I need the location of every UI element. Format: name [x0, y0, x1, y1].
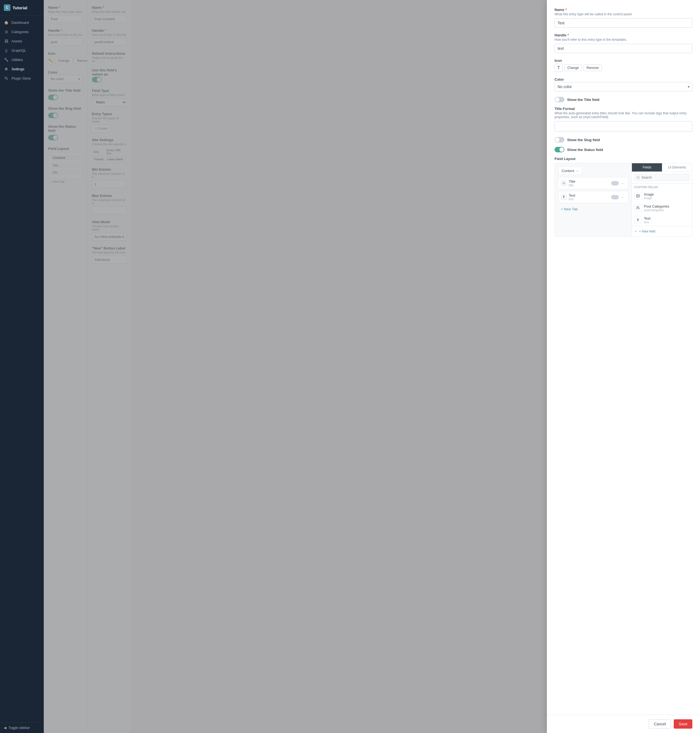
- graphql-icon: {}: [4, 48, 9, 53]
- fl-text-dots[interactable]: ···: [620, 194, 625, 200]
- modal-handle-required: *: [568, 33, 569, 37]
- fl-image-name: Image: [644, 192, 654, 196]
- fl-search-input[interactable]: [634, 174, 690, 181]
- fl-post-categories-name: Post Categories: [644, 204, 669, 208]
- sidebar-item-label: Settings: [12, 67, 24, 71]
- modal-handle-input[interactable]: [554, 44, 692, 53]
- fl-field-image[interactable]: Image image: [632, 190, 692, 202]
- fl-title-handle: title: [569, 184, 609, 187]
- fl-content-tab[interactable]: Content ···: [558, 166, 582, 175]
- sidebar-nav: 🏠 Dashboard ⊞ Categories 🖼 Assets {} Gra…: [0, 16, 44, 722]
- fl-title-field: Title title ···: [558, 177, 628, 189]
- fl-new-field-plus: ＋: [634, 229, 637, 234]
- dashboard-icon: 🏠: [4, 20, 9, 25]
- fl-field-post-categories[interactable]: Post Categories postCategories: [632, 202, 692, 214]
- fl-post-categories-text: Post Categories postCategories: [644, 204, 669, 212]
- cancel-button[interactable]: Cancel: [649, 719, 671, 729]
- modal-remove-btn[interactable]: Remove: [584, 65, 602, 71]
- fl-text-field-icon: T: [634, 216, 642, 224]
- modal-show-title-row: Show the Title field: [554, 97, 692, 102]
- sidebar-item-plugin-store[interactable]: 🔌 Plugin Store: [0, 74, 44, 83]
- sidebar-item-dashboard[interactable]: 🏠 Dashboard: [0, 18, 44, 27]
- fl-text-icon: T: [561, 194, 566, 200]
- modal-name-input[interactable]: [554, 18, 692, 28]
- fl-text-field-name: Text: [644, 216, 650, 221]
- plugin-store-icon: 🔌: [4, 76, 9, 81]
- modal-handle-desc: How you'll refer to this entry type in t…: [554, 38, 692, 41]
- fl-left: Content ··· Title title: [555, 163, 632, 236]
- modal-name-required: *: [565, 8, 566, 12]
- app-title: Tutorial: [13, 6, 27, 10]
- content-tab-dots[interactable]: ···: [576, 168, 579, 173]
- modal-show-status-label: Show the Status field: [567, 148, 603, 152]
- modal-name-label: Name *: [554, 8, 692, 12]
- fl-tab-fields[interactable]: Fields: [632, 163, 662, 171]
- sidebar-item-label: Plugin Store: [12, 76, 31, 80]
- fl-search-wrap: [632, 172, 692, 184]
- modal-color-select[interactable]: No color: [554, 82, 692, 91]
- sidebar-item-utilities[interactable]: 🔧 Utilities: [0, 55, 44, 64]
- fl-custom-fields-label: CUSTOM FIELDS: [632, 184, 692, 190]
- svg-point-3: [637, 206, 638, 208]
- fl-image-text: Image image: [644, 192, 654, 200]
- modal-name-desc: What this entry type will be called in t…: [554, 12, 692, 16]
- modal-title-format-group: Title Format What the auto-generated ent…: [554, 107, 692, 131]
- modal-footer: Cancel Save: [547, 715, 700, 733]
- svg-point-0: [563, 183, 565, 184]
- modal-icon-preview: T: [554, 64, 563, 72]
- fl-tab-ui-elements[interactable]: UI Elements: [662, 163, 692, 171]
- sidebar-item-settings[interactable]: ⚙ Settings: [0, 64, 44, 74]
- fl-title-toggle[interactable]: [611, 181, 619, 185]
- modal-change-btn[interactable]: Change: [565, 65, 582, 71]
- modal-show-slug-toggle[interactable]: [554, 137, 565, 143]
- fl-title-name: Title: [569, 180, 609, 184]
- sidebar-item-categories[interactable]: ⊞ Categories: [0, 27, 44, 36]
- modal-body: Name * What this entry type will be call…: [547, 0, 700, 715]
- fl-text-name: Text: [569, 193, 609, 197]
- modal-color-select-wrap: No color: [554, 82, 692, 91]
- modal-field-layout-label: Field Layout: [554, 157, 692, 161]
- entry-type-modal: Name * What this entry type will be call…: [547, 0, 700, 733]
- modal-show-slug-row: Show the Slug field: [554, 137, 692, 143]
- fl-image-handle: image: [644, 196, 654, 200]
- sidebar-item-label: GraphQL: [12, 49, 26, 53]
- toggle-sidebar-button[interactable]: ◀ Toggle sidebar: [4, 726, 40, 730]
- fl-new-tab-btn[interactable]: + New Tab: [558, 205, 581, 213]
- assets-icon: 🖼: [4, 38, 9, 44]
- fl-field-text[interactable]: T Text text: [632, 214, 692, 226]
- sidebar-item-label: Assets: [12, 39, 22, 43]
- fl-text-toggle[interactable]: [611, 195, 619, 199]
- fl-title-icon: [561, 181, 566, 186]
- modal-icon-row: T Change Remove: [554, 64, 692, 72]
- sidebar-item-graphql[interactable]: {} GraphQL: [0, 46, 44, 55]
- fl-new-field-label: + New field: [639, 230, 656, 233]
- fl-tabs: Fields UI Elements: [632, 163, 692, 172]
- modal-color-label: Color: [554, 77, 692, 81]
- fl-text-handle: text: [569, 197, 609, 201]
- modal-overlay: Name * What this entry type will be call…: [44, 0, 700, 733]
- modal-show-title-label: Show the Title field: [567, 98, 599, 102]
- modal-show-title-toggle[interactable]: [554, 97, 565, 102]
- fl-title-actions: ···: [611, 181, 625, 186]
- modal-icon-group: Icon T Change Remove: [554, 59, 692, 72]
- save-button[interactable]: Save: [674, 719, 692, 729]
- toggle-sidebar-label: Toggle sidebar: [9, 726, 30, 730]
- modal-show-status-row: Show the Status field: [554, 147, 692, 152]
- fl-text-text: Text text: [569, 193, 609, 201]
- fl-new-field-btn[interactable]: ＋ + New field: [632, 226, 692, 236]
- modal-color-group: Color No color: [554, 77, 692, 91]
- categories-icon: ⊞: [4, 29, 9, 34]
- sidebar-item-assets[interactable]: 🖼 Assets: [0, 36, 44, 46]
- svg-point-2: [637, 195, 638, 196]
- logo-icon: C: [4, 4, 10, 11]
- sidebar: C Tutorial 🏠 Dashboard ⊞ Categories 🖼 As…: [0, 0, 44, 733]
- app-logo[interactable]: C Tutorial: [0, 0, 44, 16]
- toggle-sidebar-icon: ◀: [4, 726, 6, 730]
- sidebar-item-label: Utilities: [12, 58, 23, 62]
- fl-text-actions: ···: [611, 194, 625, 200]
- fl-post-categories-icon: [634, 204, 642, 212]
- fl-title-dots[interactable]: ···: [620, 181, 625, 186]
- modal-title-format-input[interactable]: [554, 121, 692, 131]
- modal-show-status-toggle[interactable]: [554, 147, 565, 152]
- modal-handle-label: Handle *: [554, 33, 692, 37]
